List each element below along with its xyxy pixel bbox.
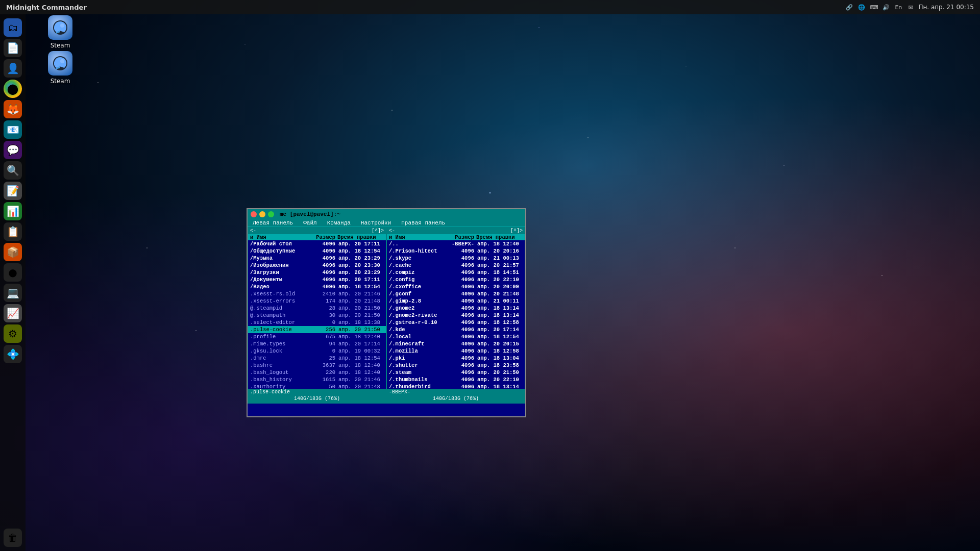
dock-icon-text[interactable]: 📄 xyxy=(4,39,22,57)
dock-icon-chat[interactable]: 💬 xyxy=(4,141,22,159)
mc-menu-left[interactable]: Левая панель xyxy=(248,219,298,227)
dock-icon-docs[interactable]: 📝 xyxy=(4,182,22,200)
mc-left-file-row[interactable]: .dmrc 25 апр. 18 12:54 xyxy=(248,355,386,362)
mc-right-file-row[interactable]: /.mozilla 4096 апр. 18 12:58 xyxy=(387,347,525,355)
mc-left-file-row[interactable]: /Документы 4096 апр. 20 17:11 xyxy=(248,276,386,283)
mc-right-file-row[interactable]: /.shutter 4096 апр. 18 23:58 xyxy=(387,362,525,369)
mc-right-nav-back[interactable]: <- xyxy=(389,228,395,234)
mc-left-file-row[interactable]: /Изображения 4096 апр. 20 23:30 xyxy=(248,262,386,269)
mc-right-panel-header: <- [^]> xyxy=(387,228,525,234)
mc-right-col-date: Время правки xyxy=(475,234,524,240)
mc-right-file-row[interactable]: /.Prison-hitect 4096 апр. 20 20:16 xyxy=(387,247,525,255)
mc-minimize-btn[interactable] xyxy=(259,211,265,217)
mc-left-panel-cols: и Имя Размер Время правки xyxy=(248,234,386,240)
dock-icon-archive[interactable]: 📦 xyxy=(4,243,22,261)
mc-maximize-btn[interactable] xyxy=(268,211,274,217)
mc-left-file-row[interactable]: .pulse-cookie 256 апр. 20 21:50 xyxy=(248,326,386,333)
volume-icon: 🔊 xyxy=(881,3,891,12)
mc-menubar: Левая панель Файл Команда Настройки Прав… xyxy=(248,219,525,227)
mc-left-file-row[interactable]: .profile 675 апр. 18 12:40 xyxy=(248,333,386,340)
mc-right-files: /.. -ВВEPX- апр. 18 12:40 /.Prison-hitec… xyxy=(387,240,525,389)
mc-right-file-row[interactable]: /.thunderbird 4096 апр. 18 13:14 xyxy=(387,383,525,389)
dock-icon-trash[interactable]: 🗑 xyxy=(4,529,22,547)
mc-right-file-row[interactable]: /.kde 4096 апр. 20 17:14 xyxy=(387,326,525,333)
dock-icon-mail[interactable]: 📧 xyxy=(4,120,22,139)
mc-right-file-row[interactable]: /.compiz 4096 апр. 18 14:51 xyxy=(387,269,525,276)
mc-left-file-row[interactable]: /Загрузки 4096 апр. 20 23:29 xyxy=(248,269,386,276)
mc-right-file-row[interactable]: /.cxoffice 4096 апр. 20 20:09 xyxy=(387,283,525,290)
mc-right-file-row[interactable]: /.config 4096 апр. 20 22:10 xyxy=(387,276,525,283)
mc-right-file-row[interactable]: /.. -ВВEPX- апр. 18 12:40 xyxy=(387,240,525,247)
mc-right-file-row[interactable]: /.local 4096 апр. 18 12:54 xyxy=(387,333,525,340)
mc-right-file-row[interactable]: /.thumbnails 4096 апр. 20 22:10 xyxy=(387,376,525,383)
mail-icon: ✉ xyxy=(906,3,915,12)
mc-left-file-row[interactable]: .gksu.lock 0 апр. 19 00:32 xyxy=(248,347,386,355)
mc-left-file-row[interactable]: .xsesst-rs.old 2410 апр. 20 21:46 xyxy=(248,290,386,297)
dock-icon-sheets[interactable]: 📊 xyxy=(4,202,22,220)
mc-right-file-row[interactable]: /.gnome2 4096 апр. 18 13:14 xyxy=(387,305,525,312)
mc-menu-settings[interactable]: Настройки xyxy=(356,219,396,227)
mc-left-file-row[interactable]: @.steampid 28 апр. 20 21:50 xyxy=(248,305,386,312)
mc-left-disk: 140G/183G (76%) xyxy=(248,395,386,402)
mc-right-file-row[interactable]: /.pki 4096 апр. 18 13:04 xyxy=(387,355,525,362)
desktop-icon-steam1[interactable]: Steam xyxy=(40,15,81,49)
steam-label1: Steam xyxy=(51,42,70,49)
mc-window: mc [pavel@pavel]:~ Левая панель Файл Ком… xyxy=(247,208,526,417)
mc-right-file-row[interactable]: /.gimp-2.8 4096 апр. 21 00:11 xyxy=(387,297,525,305)
dock-icon-skype[interactable]: 💠 xyxy=(4,345,22,363)
mc-left-file-row[interactable]: /Музыка 4096 апр. 20 23:29 xyxy=(248,255,386,262)
mc-right-status: -ВВEPX- xyxy=(387,389,525,395)
network-icon: 🔗 xyxy=(845,3,854,12)
dock-icon-search[interactable]: 🔍 xyxy=(4,161,22,180)
dock-icon-settings[interactable]: ⚙ xyxy=(4,324,22,343)
mc-left-nav-up[interactable]: [^]> xyxy=(372,228,384,234)
mc-left-nav-back[interactable]: <- xyxy=(250,228,256,234)
dock-icon-chrome[interactable]: ⬤ xyxy=(4,80,22,98)
mc-left-file-row[interactable]: .bash_logout 220 апр. 18 12:40 xyxy=(248,369,386,376)
mc-right-nav-up[interactable]: [^]> xyxy=(510,228,523,234)
mc-left-files: /Рабочий стол 4096 апр. 20 17:11 /Общедо… xyxy=(248,240,386,389)
mc-left-file-row[interactable]: .bashrc 3637 апр. 18 12:40 xyxy=(248,362,386,369)
mc-left-file-row[interactable]: .Xauthority 50 апр. 20 21:48 xyxy=(248,383,386,389)
mc-left-file-row[interactable]: .bash_history 1615 апр. 20 21:46 xyxy=(248,376,386,383)
mc-right-col-name: и Имя xyxy=(388,234,451,240)
mc-left-file-row[interactable]: /Видео 4096 апр. 18 12:54 xyxy=(248,283,386,290)
taskbar-title: Midnight Commander xyxy=(0,4,93,11)
mc-right-file-row[interactable]: /.gnome2-rivate 4096 апр. 18 13:14 xyxy=(387,312,525,319)
mc-left-file-row[interactable]: /Общедоступные 4096 апр. 18 12:54 xyxy=(248,247,386,255)
mc-menu-command[interactable]: Команда xyxy=(322,219,356,227)
mc-left-disk-info: 140G/183G (76%) xyxy=(294,396,340,402)
dock-icon-notes[interactable]: 📋 xyxy=(4,222,22,241)
mc-right-file-row[interactable]: /.cache 4096 апр. 20 21:57 xyxy=(387,262,525,269)
desktop-icon-steam2[interactable]: Steam xyxy=(40,51,81,85)
mc-right-disk-info: 140G/183G (76%) xyxy=(433,396,479,402)
mc-titlebar: mc [pavel@pavel]:~ xyxy=(248,209,525,219)
mc-menu-file[interactable]: Файл xyxy=(298,219,322,227)
mc-left-file-row[interactable]: .select-editor 0 апр. 18 13:38 xyxy=(248,319,386,326)
dock-icon-terminal[interactable]: 💻 xyxy=(4,284,22,302)
taskbar-time: Пн. апр. 21 00:15 xyxy=(918,4,974,11)
svg-point-3 xyxy=(60,59,64,63)
mc-right-file-row[interactable]: /.gconf 4096 апр. 20 21:48 xyxy=(387,290,525,297)
mc-left-status-text: .pulse-cookie xyxy=(250,389,290,395)
dock-icon-files[interactable]: 🗂 xyxy=(4,18,22,37)
dock-icon-mc[interactable]: 👤 xyxy=(4,59,22,78)
mc-left-file-row[interactable]: .mime.types 94 апр. 20 17:14 xyxy=(248,340,386,347)
mc-left-file-row[interactable]: .xsesst-errors 174 апр. 20 21:48 xyxy=(248,297,386,305)
mc-title: mc [pavel@pavel]:~ xyxy=(280,211,340,217)
mc-menu-right[interactable]: Правая панель xyxy=(396,219,450,227)
mc-right-file-row[interactable]: /.gstrea-r-0.10 4096 апр. 18 12:58 xyxy=(387,319,525,326)
dock-icon-monitor[interactable]: 📈 xyxy=(4,304,22,322)
mc-right-file-row[interactable]: /.steam 4096 апр. 20 21:50 xyxy=(387,369,525,376)
mc-left-file-row[interactable]: /Рабочий стол 4096 апр. 20 17:11 xyxy=(248,240,386,247)
dock-icon-unknown[interactable]: ● xyxy=(4,263,22,282)
dock-icon-firefox[interactable]: 🦊 xyxy=(4,100,22,118)
mc-close-btn[interactable] xyxy=(251,211,257,217)
mc-right-col-size: Размер xyxy=(451,234,475,240)
mc-right-panel-cols: и Имя Размер Время правки xyxy=(387,234,525,240)
dock: 🗂 📄 👤 ⬤ 🦊 📧 💬 🔍 📝 📊 📋 📦 ● 💻 📈 ⚙ 💠 🗑 xyxy=(0,14,26,551)
indicator-icon: 🌐 xyxy=(857,3,866,12)
mc-right-file-row[interactable]: /.skype 4096 апр. 21 00:13 xyxy=(387,255,525,262)
mc-right-file-row[interactable]: /.minecraft 4096 апр. 20 20:15 xyxy=(387,340,525,347)
mc-left-file-row[interactable]: @.steampath 30 апр. 20 21:50 xyxy=(248,312,386,319)
